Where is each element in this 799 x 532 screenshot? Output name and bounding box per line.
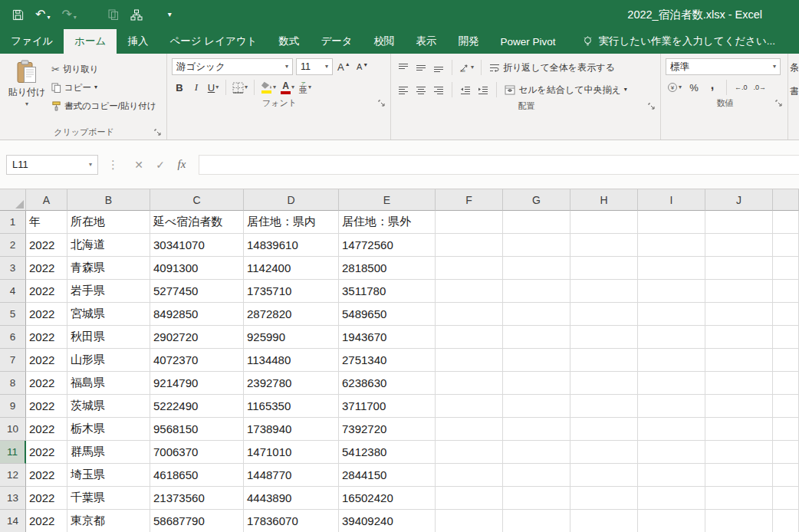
cell-D6[interactable]: 925990 <box>244 326 339 349</box>
insert-function-button[interactable]: fx <box>171 155 192 175</box>
cell-B3[interactable]: 青森県 <box>67 257 150 280</box>
format-painter-button[interactable]: 書式のコピー/貼り付け <box>49 97 159 115</box>
increase-indent-button[interactable] <box>475 81 491 98</box>
cell-C5[interactable]: 8492850 <box>150 303 244 326</box>
cell-E13[interactable]: 16502420 <box>339 487 436 510</box>
copy-button[interactable]: コピー ▾ <box>49 78 159 97</box>
cell-C3[interactable]: 4091300 <box>150 257 244 280</box>
cell-D8[interactable]: 2392780 <box>244 372 339 395</box>
cell-J1[interactable] <box>705 211 773 234</box>
align-middle-button[interactable] <box>413 59 429 76</box>
cell-D12[interactable]: 1448770 <box>244 464 339 487</box>
cell-A6[interactable]: 2022 <box>26 326 67 349</box>
column-header-G[interactable]: G <box>503 189 570 211</box>
cell-A7[interactable]: 2022 <box>26 349 67 372</box>
ribbon-tab-file[interactable]: ファイル <box>0 29 64 54</box>
cell-J5[interactable] <box>705 303 773 326</box>
cell-K6[interactable] <box>773 326 799 349</box>
cell-E3[interactable]: 2818500 <box>339 257 436 280</box>
row-header-5[interactable]: 5 <box>0 303 26 326</box>
orientation-button[interactable]: ab ▾ <box>458 59 475 76</box>
cell-H8[interactable] <box>570 372 638 395</box>
decrease-decimal-button[interactable]: .0→ <box>752 79 768 96</box>
cell-A9[interactable]: 2022 <box>26 395 67 418</box>
cell-H14[interactable] <box>570 510 638 532</box>
cell-C13[interactable]: 21373560 <box>150 487 244 510</box>
cut-button[interactable]: ✂ 切り取り <box>49 60 159 78</box>
currency-format-button[interactable]: ¥ ▾ <box>666 79 683 96</box>
cell-E14[interactable]: 39409240 <box>339 510 436 532</box>
increase-decimal-button[interactable]: ←.0 <box>733 79 749 96</box>
cell-B6[interactable]: 秋田県 <box>67 326 150 349</box>
cell-A5[interactable]: 2022 <box>26 303 67 326</box>
cell-D2[interactable]: 14839610 <box>244 234 339 257</box>
cell-J8[interactable] <box>705 372 773 395</box>
column-header-A[interactable]: A <box>26 189 67 211</box>
cell-D10[interactable]: 1738940 <box>244 418 339 441</box>
fill-color-button[interactable]: ▾ <box>259 79 278 96</box>
cell-J11[interactable] <box>705 441 773 464</box>
cell-J10[interactable] <box>705 418 773 441</box>
cell-G13[interactable] <box>503 487 570 510</box>
cell-F2[interactable] <box>436 234 503 257</box>
cell-K8[interactable] <box>773 372 799 395</box>
cell-J6[interactable] <box>705 326 773 349</box>
cell-E11[interactable]: 5412380 <box>339 441 436 464</box>
ribbon-tab-page-layout[interactable]: ページ レイアウト <box>159 29 268 54</box>
cell-K9[interactable] <box>773 395 799 418</box>
cell-C6[interactable]: 2902720 <box>150 326 244 349</box>
cell-C1[interactable]: 延べ宿泊者数 <box>150 211 244 234</box>
cell-F5[interactable] <box>436 303 503 326</box>
cell-D13[interactable]: 4443890 <box>244 487 339 510</box>
cell-I13[interactable] <box>638 487 705 510</box>
align-center-button[interactable] <box>413 81 429 98</box>
cell-I8[interactable] <box>638 372 705 395</box>
phonetic-guide-button[interactable]: ア亜 ▾ <box>298 79 313 96</box>
font-dialog-launcher[interactable] <box>377 99 386 108</box>
cell-F4[interactable] <box>436 280 503 303</box>
cancel-button[interactable]: ✕ <box>128 155 150 175</box>
cell-E2[interactable]: 14772560 <box>339 234 436 257</box>
cell-K11[interactable] <box>773 441 799 464</box>
cell-E7[interactable]: 2751340 <box>339 349 436 372</box>
cell-B8[interactable]: 福島県 <box>67 372 150 395</box>
save-button[interactable] <box>12 9 24 21</box>
formula-input[interactable] <box>199 155 799 175</box>
cell-I1[interactable] <box>638 211 705 234</box>
cell-E4[interactable]: 3511780 <box>339 280 436 303</box>
cell-F8[interactable] <box>436 372 503 395</box>
cell-B11[interactable]: 群馬県 <box>67 441 150 464</box>
cell-C2[interactable]: 30341070 <box>150 234 244 257</box>
cell-I4[interactable] <box>638 280 705 303</box>
row-header-11[interactable]: 11 <box>0 441 26 464</box>
cell-H6[interactable] <box>570 326 638 349</box>
ribbon-tab-power-pivot[interactable]: Power Pivot <box>490 29 567 54</box>
cell-C9[interactable]: 5222490 <box>150 395 244 418</box>
copy-quick-button[interactable] <box>108 9 119 20</box>
diagram-quick-button[interactable] <box>130 9 143 21</box>
cell-I2[interactable] <box>638 234 705 257</box>
cell-D11[interactable]: 1471010 <box>244 441 339 464</box>
cell-A11[interactable]: 2022 <box>26 441 67 464</box>
cell-G14[interactable] <box>503 510 570 532</box>
select-all-button[interactable] <box>0 189 26 211</box>
cell-D1[interactable]: 居住地：県内 <box>244 211 339 234</box>
ribbon-tab-review[interactable]: 校閲 <box>363 29 406 54</box>
cell-I9[interactable] <box>638 395 705 418</box>
cell-A14[interactable]: 2022 <box>26 510 67 532</box>
cell-A12[interactable]: 2022 <box>26 464 67 487</box>
percent-style-button[interactable]: % <box>686 79 702 96</box>
conditional-formatting-button-partial[interactable]: 条 書 <box>788 54 798 140</box>
paste-button[interactable]: 貼り付け ▾ <box>5 58 49 125</box>
alignment-dialog-launcher[interactable] <box>647 102 656 111</box>
cell-G5[interactable] <box>503 303 570 326</box>
cell-K1[interactable] <box>773 211 799 234</box>
redo-button[interactable]: ↷▾ <box>61 8 76 21</box>
decrease-indent-button[interactable] <box>458 81 473 98</box>
cell-J13[interactable] <box>705 487 773 510</box>
wrap-text-button[interactable]: 折り返して全体を表示する <box>487 58 617 77</box>
cell-J14[interactable] <box>705 510 773 532</box>
cell-G12[interactable] <box>503 464 570 487</box>
cell-H12[interactable] <box>570 464 638 487</box>
cell-B7[interactable]: 山形県 <box>67 349 150 372</box>
